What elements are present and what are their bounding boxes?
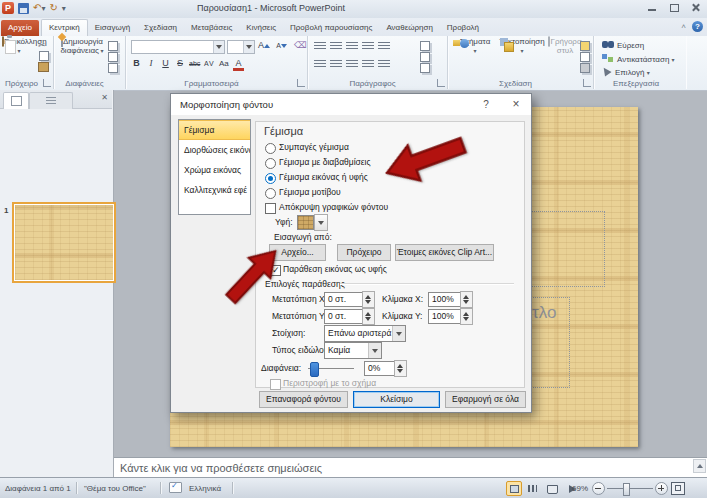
decrease-indent-icon[interactable] [346, 42, 358, 51]
copy-icon[interactable] [39, 51, 49, 61]
paste-button[interactable]: Επικόλληση▾ [2, 38, 36, 56]
scale-y-field[interactable]: 100% [428, 309, 461, 324]
radio-gradient-fill-label[interactable]: Γέμισμα με διαβαθμίσεις [279, 157, 371, 167]
align-left-icon[interactable] [314, 60, 326, 69]
font-name-combo[interactable] [131, 40, 225, 54]
minimize-ribbon-icon[interactable]: ˄ [681, 22, 686, 31]
normal-view-icon[interactable] [506, 481, 522, 496]
tab-slides[interactable] [3, 92, 29, 109]
zoom-out-icon[interactable] [592, 482, 605, 495]
fit-to-window-icon[interactable] [671, 482, 685, 495]
save-icon[interactable] [18, 3, 29, 14]
text-direction-icon[interactable] [420, 41, 430, 51]
reading-view-icon[interactable] [544, 481, 560, 496]
checkbox-hide-background-label[interactable]: Απόκρυψη γραφικών φόντου [279, 202, 388, 212]
new-slide-button[interactable]: Δημιουργία διαφάνειας ▾ [59, 38, 105, 56]
radio-solid-fill[interactable] [265, 143, 276, 154]
scale-y-spinner[interactable] [460, 308, 473, 325]
shape-effects-icon[interactable] [580, 63, 590, 73]
texture-dropdown-icon[interactable] [314, 214, 328, 231]
help-icon[interactable]: ? [692, 21, 703, 32]
clipart-button[interactable]: Έτοιμες εικόνες Clip Art... [395, 244, 494, 261]
radio-picture-texture-fill[interactable] [265, 173, 276, 184]
transparency-slider-thumb[interactable] [310, 362, 319, 377]
close-panel-icon[interactable]: ✕ [101, 94, 108, 102]
slide-counter[interactable]: Διαφάνεια 1 από 1 [5, 484, 71, 493]
font-size-combo[interactable] [227, 40, 255, 54]
find-button[interactable]: Εύρεση [602, 41, 644, 50]
reset-icon[interactable] [108, 52, 118, 62]
quick-styles-button[interactable]: Γρήγορα στυλ [548, 38, 582, 56]
language-indicator[interactable]: Ελληνικά [189, 484, 221, 493]
bullets-icon[interactable] [314, 42, 326, 51]
dialog-launcher-icon[interactable] [437, 79, 445, 87]
radio-solid-fill-label[interactable]: Συμπαγές γέμισμα [279, 142, 349, 152]
cut-icon[interactable]: ✂ [38, 40, 46, 50]
columns-icon[interactable] [378, 60, 390, 69]
shape-outline-icon[interactable] [580, 52, 590, 62]
radio-pattern-fill-label[interactable]: Γέμισμα μοτίβου [279, 187, 341, 197]
radio-picture-texture-fill-label[interactable]: Γέμισμα εικόνας ή υφής [279, 172, 368, 182]
grow-font-icon[interactable]: A [258, 40, 270, 50]
scale-x-spinner[interactable] [460, 291, 473, 308]
tab-transitions[interactable]: Μεταβάσεις [184, 20, 239, 36]
slide-thumbnail[interactable] [12, 202, 116, 283]
offset-y-spinner[interactable] [362, 308, 375, 325]
powerpoint-icon[interactable]: P [2, 2, 14, 14]
numbering-icon[interactable] [330, 42, 342, 51]
qat-customize-icon[interactable]: ▾ [62, 4, 66, 13]
close-icon[interactable] [689, 2, 703, 13]
category-picture-corrections[interactable]: Διορθώσεις εικόνας [179, 140, 250, 160]
dialog-launcher-icon[interactable] [43, 79, 51, 87]
layout-icon[interactable] [108, 41, 118, 51]
dialog-launcher-icon[interactable] [297, 79, 305, 87]
bold-button[interactable]: B [131, 58, 142, 68]
change-case-button[interactable]: Aa [218, 59, 229, 68]
clear-formatting-icon[interactable]: ⌫ [294, 40, 307, 50]
scale-x-field[interactable]: 100% [428, 292, 461, 307]
dialog-close-icon[interactable]: × [501, 94, 531, 115]
tab-file[interactable]: Αρχείο [1, 20, 39, 36]
transparency-field[interactable]: 0% [364, 361, 395, 376]
replace-button[interactable]: Αντικατάσταση ▾ [602, 54, 675, 64]
maximize-icon[interactable] [667, 2, 681, 13]
texture-swatch[interactable] [297, 215, 314, 230]
zoom-level[interactable]: 69% [572, 484, 588, 493]
mirror-dropdown-icon[interactable] [368, 343, 381, 358]
character-spacing-button[interactable]: AV [204, 60, 215, 67]
tab-animations[interactable]: Κινήσεις [239, 20, 283, 36]
underline-button[interactable]: U [160, 58, 171, 68]
radio-gradient-fill[interactable] [265, 158, 276, 169]
tab-insert[interactable]: Εισαγωγή [88, 20, 137, 36]
notes-placeholder[interactable]: Κάντε κλικ για να προσθέσετε σημειώσεις [120, 462, 322, 474]
font-color-button[interactable]: A [233, 58, 244, 71]
title-bar[interactable]: P ↶▾ ↻ ▾ Παρουσίαση1 - Microsoft PowerPo… [0, 0, 707, 19]
radio-pattern-fill[interactable] [265, 188, 276, 199]
line-spacing-icon[interactable] [378, 42, 390, 51]
increase-indent-icon[interactable] [362, 42, 374, 51]
smartart-icon[interactable] [420, 63, 430, 73]
strikethrough-button[interactable]: abc [189, 60, 200, 67]
shape-fill-icon[interactable] [580, 41, 590, 51]
section-icon[interactable] [108, 63, 118, 73]
arrange-button[interactable]: Τακτοποίηση▾ [496, 38, 548, 56]
clipboard-button[interactable]: Πρόχειρο [337, 244, 391, 261]
reset-background-button[interactable]: Επαναφορά φόντου [259, 391, 348, 408]
offset-x-field[interactable]: 0 στ. [324, 292, 363, 307]
zoom-in-icon[interactable] [655, 482, 668, 495]
dialog-help-icon[interactable]: ? [471, 94, 501, 115]
tab-review[interactable]: Αναθεώρηση [379, 20, 439, 36]
align-center-icon[interactable] [330, 60, 342, 69]
category-fill[interactable]: Γέμισμα [179, 120, 250, 140]
justify-icon[interactable] [362, 60, 374, 69]
mirror-type-combo[interactable]: Καμία [324, 342, 382, 359]
offset-y-field[interactable]: 0 στ. [324, 309, 363, 324]
dialog-launcher-icon[interactable] [583, 79, 591, 87]
tab-home[interactable]: Κεντρική [41, 19, 88, 36]
notes-scroll-up-icon[interactable] [693, 459, 706, 473]
shapes-button[interactable]: Σχήματα▾ [454, 38, 496, 56]
notes-pane[interactable]: Κάντε κλικ για να προσθέσετε σημειώσεις [114, 457, 707, 478]
tab-design[interactable]: Σχεδίαση [137, 20, 184, 36]
undo-dropdown-icon[interactable]: ▾ [41, 4, 45, 13]
tab-view[interactable]: Προβολή [440, 20, 486, 36]
